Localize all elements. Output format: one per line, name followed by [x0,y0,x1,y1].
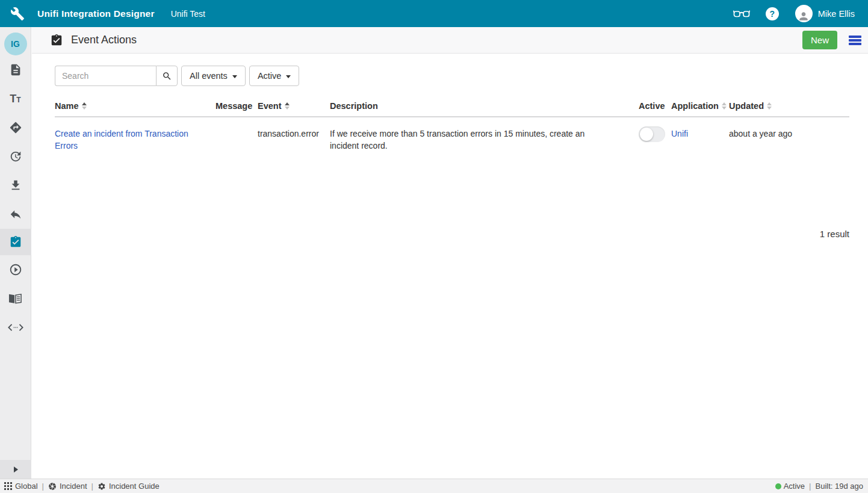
play-circle-icon [9,263,22,276]
sidebar-item-code[interactable] [0,313,31,342]
left-sidebar: IG TT [0,27,31,479]
sidebar-item-run[interactable] [0,255,31,284]
text-format-icon: TT [10,93,20,104]
glasses-icon[interactable] [733,8,750,19]
menu-icon[interactable] [849,34,861,46]
main-panel: Event Actions New All events Active [32,27,868,479]
sort-icon [82,102,87,110]
sort-icon [285,102,290,110]
gear-icon [98,482,106,491]
column-header-name[interactable]: Name [55,101,215,111]
wrench-icon[interactable] [10,7,25,21]
code-icon [8,323,23,332]
cell-name: Create an incident from Transaction Erro… [55,128,215,152]
app-title: Unifi Integration Designer [37,8,155,19]
status-filter-dropdown[interactable]: Active [249,66,300,86]
application-label: Incident [60,482,87,491]
result-count: 1 result [55,229,849,239]
column-header-description[interactable]: Description [330,101,639,111]
column-header-active[interactable]: Active [639,101,671,111]
help-icon[interactable]: ? [766,7,779,20]
shutter-icon [48,482,57,491]
column-header-updated[interactable]: Updated [729,101,849,111]
user-name[interactable]: Mike Ellis [818,9,855,19]
book-icon [8,293,22,305]
event-filter-value: All events [190,71,228,81]
integration-label: Incident Guide [109,482,160,491]
new-button[interactable]: New [802,31,837,49]
event-filter-dropdown[interactable]: All events [181,66,246,86]
sidebar-item-documentation[interactable] [0,284,31,313]
chevron-down-icon [232,75,237,78]
sidebar-collapse-button[interactable] [0,460,31,479]
document-icon [9,63,22,76]
directions-icon [9,121,22,134]
status-dot-icon [775,483,781,489]
sidebar-item-download[interactable] [0,171,31,200]
search-button[interactable] [156,66,178,86]
column-header-event[interactable]: Event [258,101,330,111]
cell-message [215,128,258,152]
event-actions-icon [50,34,63,47]
page-header: Event Actions New [32,27,868,54]
status-label: Active [784,482,805,491]
grid-icon [4,482,12,490]
search-input[interactable] [55,66,156,86]
column-header-application[interactable]: Application [671,101,729,111]
integration-selector[interactable]: Incident Guide [98,482,160,491]
sidebar-item-history[interactable] [0,142,31,171]
sidebar-item-event-actions[interactable] [0,229,31,255]
cell-event: transaction.error [258,128,330,152]
toggle-knob [640,128,653,141]
top-navigation-bar: Unifi Integration Designer Unifi Test ? … [0,0,868,27]
active-toggle[interactable] [639,126,665,142]
scope-label: Global [15,482,38,491]
sidebar-item-documents[interactable] [0,55,31,84]
download-icon [9,179,22,192]
search-icon [162,71,172,81]
cell-application: Unifi [671,128,729,152]
status-footer: Global | Incident | Incident Guide Activ… [0,479,868,493]
table-row: Create an incident from Transaction Erro… [55,117,849,152]
scope-selector[interactable]: Global [4,482,38,491]
application-selector[interactable]: Incident [48,482,87,491]
workspace-avatar[interactable]: IG [4,33,27,55]
cell-description: If we receive more than 5 transaction er… [330,128,639,152]
history-icon [9,150,22,163]
column-header-message[interactable]: Message [215,101,258,111]
user-avatar[interactable] [795,5,813,22]
sort-icon [722,102,727,110]
clipboard-check-icon [9,235,22,249]
undo-arrow-icon [9,208,22,221]
status-filter-value: Active [258,71,282,81]
application-link[interactable]: Unifi [671,129,688,138]
sidebar-item-undo[interactable] [0,200,31,229]
chevron-down-icon [286,75,291,78]
environment-name[interactable]: Unifi Test [171,9,205,19]
sidebar-item-directions[interactable] [0,113,31,142]
table-header-row: Name Message Event Description Active Ap… [55,101,849,117]
cell-updated: about a year ago [729,128,849,152]
build-info: Built: 19d ago [815,482,863,491]
filter-toolbar: All events Active [55,66,849,86]
sidebar-item-text-format[interactable]: TT [0,84,31,113]
cell-active [639,128,671,152]
collapse-arrow-icon [14,467,18,473]
page-title: Event Actions [71,34,137,46]
event-action-link[interactable]: Create an incident from Transaction Erro… [55,129,188,150]
sort-icon [767,102,772,110]
